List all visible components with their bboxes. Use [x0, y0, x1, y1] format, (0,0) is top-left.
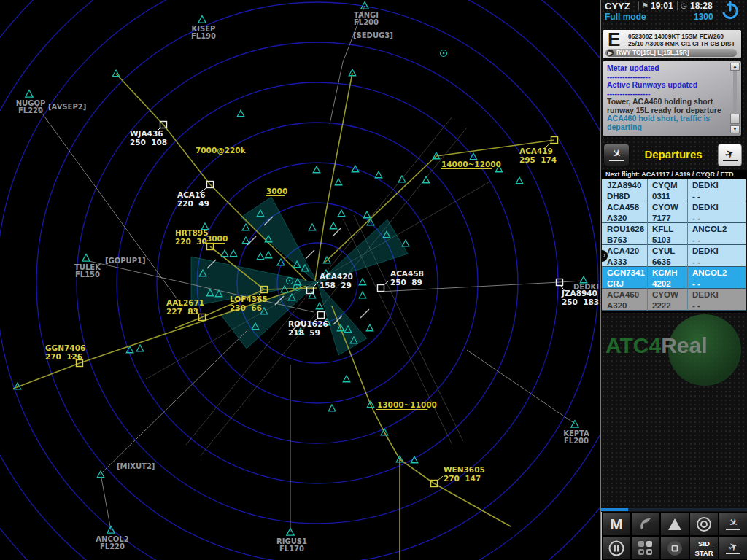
- logo-text: ATC4Real: [605, 333, 708, 358]
- traffic-triangle-icon: [363, 211, 371, 218]
- vector-up-button[interactable]: [660, 512, 689, 536]
- radar-scope[interactable]: NUGOPFL220KISEPFL190TANGIFL200TULEKFL150…: [0, 0, 600, 560]
- vor-dot: [443, 52, 445, 55]
- flight-cell: KFLL5103: [647, 223, 686, 245]
- traffic-triangle-icon: [422, 176, 430, 183]
- vor-dot: [289, 280, 291, 282]
- cell-line: CRJ: [607, 279, 646, 289]
- tab-arrivals[interactable]: ✈: [603, 144, 630, 166]
- range-rings-icon: [695, 516, 713, 533]
- cell-line: A320: [607, 213, 646, 223]
- flight-row-ACA458[interactable]: ACA458A320CYOW7177DEDKI- -: [602, 201, 746, 223]
- flight-row-JZA8940[interactable]: JZA8940DH8DCYQM0311DEDKI- -: [602, 179, 746, 201]
- cell-line: CYUL: [652, 246, 686, 256]
- aircraft-data: 270 126: [45, 352, 82, 361]
- divider: [638, 1, 639, 10]
- flight-row-GGN7341[interactable]: GGN7341CRJKCMH4202ANCOL2- -: [602, 267, 746, 289]
- undo-button[interactable]: [631, 512, 660, 536]
- waypoint-NUGOP: NUGOPFL220: [16, 90, 46, 115]
- traffic-triangle-icon: [136, 345, 144, 351]
- tab-departures[interactable]: ✈: [718, 144, 742, 166]
- power-icon: [719, 0, 741, 20]
- departures-view-button[interactable]: ✈: [719, 536, 747, 560]
- flight-row-ACA420[interactable]: ACA420A333CYUL6635DEDKI- -: [602, 245, 746, 267]
- scroll-up-button[interactable]: ▲: [730, 63, 740, 71]
- aircraft-target-ACA458[interactable]: ACA458250 89: [378, 269, 424, 292]
- flight-row-ACA460[interactable]: ACA460A320CYOW2222DEDKI- -: [602, 289, 746, 311]
- waypoint-level: FL170: [279, 545, 304, 553]
- flight-cell: ROU1626B763: [607, 223, 646, 245]
- progress-track: [601, 508, 747, 511]
- next-flight-bar: Next flight: ACA1117 / A319 / CYQR / ETD…: [601, 170, 747, 179]
- cell-line: CYOW: [652, 202, 686, 212]
- cell-line: JZA8940: [607, 180, 646, 190]
- waypoint-level: FL200: [354, 18, 379, 26]
- traffic-triangle-icon: [375, 171, 382, 178]
- center-target-button[interactable]: [660, 536, 689, 560]
- undo-icon: [637, 516, 654, 533]
- aircraft-target-ACA16[interactable]: ACA16220 49: [177, 182, 214, 209]
- traffic-triangle-icon: [237, 110, 244, 117]
- traffic-triangle-icon: [242, 237, 249, 244]
- sim-time: 19:01: [651, 1, 673, 11]
- traffic-triangle-icon: [230, 250, 237, 257]
- layout-grid-button[interactable]: [631, 536, 660, 560]
- aircraft-symbol[interactable]: [318, 312, 325, 319]
- cell-line: DEDKI: [692, 289, 746, 300]
- aircraft-callsign: HRT895: [175, 228, 208, 237]
- traffic-triangle-icon: [313, 166, 320, 173]
- traffic-triangle-icon: [221, 250, 228, 257]
- restriction-label: 3000: [206, 234, 228, 244]
- waypoint-level: FL200: [564, 437, 589, 445]
- progress-fill: [601, 508, 628, 511]
- divider: [677, 1, 678, 10]
- flight-cell: DEDKI- -: [687, 245, 746, 267]
- cell-line: 7177: [652, 213, 686, 223]
- active-runways-bar[interactable]: ▶ RWY TO[15L] L[15L,15R]: [605, 49, 737, 57]
- range-rings-button[interactable]: [689, 512, 719, 536]
- map-mode-button[interactable]: M: [602, 512, 631, 536]
- flight-row-ROU1626[interactable]: ROU1626B763KFLL5103ANCOL2- -: [602, 223, 746, 245]
- aircraft-data: 218 59: [288, 328, 320, 337]
- pause-icon: [608, 540, 625, 557]
- waypoint-triangle-icon: [82, 254, 90, 262]
- scrollbar-thumb[interactable]: [730, 114, 740, 124]
- aircraft-data: 295 174: [519, 155, 557, 164]
- arrivals-view-button[interactable]: ✈: [719, 512, 747, 536]
- metar-text-1: 052300Z 14009KT 15SM FEW260: [628, 33, 724, 40]
- aircraft-target-WEN3605[interactable]: WEN3605270 147: [431, 465, 485, 487]
- waypoint-KISEP: KISEPFL190: [191, 16, 216, 41]
- pause-button[interactable]: [602, 536, 631, 560]
- aircraft-symbol[interactable]: [378, 285, 384, 292]
- active-tab-title: Departures: [630, 148, 716, 160]
- leader-line: [438, 476, 443, 481]
- aircraft-callsign: ACA420: [320, 272, 353, 281]
- flight-cell: DEDKI- -: [687, 289, 746, 311]
- sid-star-button[interactable]: SIDSTAR: [689, 536, 719, 560]
- wind-flag-icon: ⚑: [642, 1, 649, 9]
- control-sidebar: CYYZ ⚑ 19:01 ◷ 18:28 Full mode 1300 E 05…: [600, 0, 747, 560]
- command-toolbar: M✈SIDSTAR✈: [601, 512, 747, 560]
- traffic-triangle-icon: [366, 324, 374, 331]
- message-scrollbar[interactable]: ▲ ▼: [730, 63, 740, 133]
- cell-line: ANCOL2: [692, 268, 746, 278]
- message-line: Tower, ACA460 holding short runway 15L r…: [607, 98, 728, 114]
- transponder-code: 1300: [694, 12, 713, 22]
- flight-cell: GGN7341CRJ: [607, 267, 646, 289]
- brand-watermark: ATC4Real: [601, 310, 747, 390]
- cell-line: - -: [692, 213, 746, 223]
- power-button[interactable]: [716, 0, 744, 23]
- waypoint-KEPTA: KEPTAFL200: [563, 421, 589, 446]
- flight-cell: CYUL6635: [647, 245, 686, 267]
- flight-cell: JZA8940DH8D: [607, 179, 646, 201]
- cell-line: DH8D: [607, 191, 646, 201]
- scroll-down-button[interactable]: ▼: [730, 125, 740, 133]
- cell-line: KFLL: [652, 224, 686, 234]
- cell-line: ACA458: [607, 202, 646, 212]
- cell-line: 2222: [652, 300, 686, 311]
- cell-line: - -: [692, 235, 746, 245]
- flight-cell: ACA420A333: [607, 245, 646, 267]
- cell-line: DEDKI: [692, 202, 746, 212]
- metar-text-2: 25/10 A3008 RMK CI1 CI TR CB DIST: [628, 40, 735, 47]
- traffic-triangle-icon: [580, 276, 587, 283]
